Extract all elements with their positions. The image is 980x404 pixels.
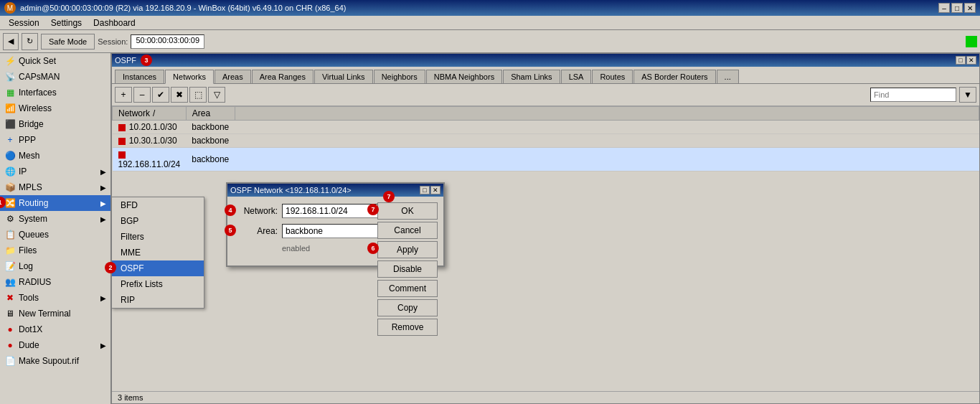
sidebar-item-interfaces[interactable]: ▦ Interfaces [0, 85, 110, 100]
enable-button[interactable]: ✔ [152, 87, 169, 103]
sidebar-item-mpls[interactable]: 📦 MPLS ▶ [0, 179, 110, 195]
ospf-status-bar: 3 items [112, 391, 979, 403]
dude-arrow: ▶ [100, 342, 106, 349]
tab-as-border-routers[interactable]: AS Border Routers [633, 70, 715, 83]
tab-lsa[interactable]: LSA [561, 70, 592, 83]
menu-settings[interactable]: Settings [45, 17, 88, 29]
copy-button[interactable]: Copy [377, 299, 438, 316]
submenu-filters[interactable]: Filters [112, 229, 204, 245]
sidebar-item-log[interactable]: 📝 Log [0, 258, 110, 274]
sidebar-item-dude[interactable]: ● Dude ▶ [0, 337, 110, 353]
sidebar-item-system[interactable]: ⚙ System ▶ [0, 211, 110, 227]
tab-areas[interactable]: Areas [215, 70, 251, 83]
find-input[interactable] [870, 88, 956, 102]
tab-nbma-neighbors[interactable]: NBMA Neighbors [426, 70, 502, 83]
menu-session[interactable]: Session [3, 17, 45, 29]
filter-button[interactable]: ▽ [208, 87, 225, 103]
submenu-rip[interactable]: RIP [112, 292, 204, 308]
refresh-button[interactable]: ↻ [22, 33, 38, 50]
sidebar-item-bridge[interactable]: ⬛ Bridge [0, 116, 110, 132]
minimize-button[interactable]: – [938, 3, 950, 13]
window-controls: – □ ✕ [938, 3, 976, 13]
dialog-title: OSPF Network <192.168.11.0/24> [230, 186, 352, 194]
col-network: Network / [113, 107, 187, 121]
sidebar-item-ppp[interactable]: + PPP [0, 132, 110, 148]
mpls-icon: 📦 [4, 182, 16, 193]
col-area: Area [186, 107, 235, 121]
tab-neighbors[interactable]: Neighbors [374, 70, 425, 83]
sidebar-item-wireless[interactable]: 📶 Wireless [0, 100, 110, 116]
sidebar-label-log: Log [19, 261, 33, 271]
sidebar-label-system: System [19, 214, 47, 224]
sidebar-item-supout[interactable]: 📄 Make Supout.rif [0, 353, 110, 369]
table-row[interactable]: 192.168.11.0/24 backbone [113, 148, 979, 172]
sidebar-item-queues[interactable]: 📋 Queues [0, 227, 110, 243]
area-label: Area: [235, 226, 278, 236]
sidebar-label-supout: Make Supout.rif [19, 356, 79, 366]
title-text: admin@50:00:00:03:00:09 (R2) via 192.168… [20, 4, 346, 12]
disable-button[interactable]: Disable [377, 260, 438, 278]
submenu-bfd[interactable]: BFD [112, 197, 204, 213]
sidebar-item-capsman[interactable]: 📡 CAPsMAN [0, 69, 110, 85]
network-cell-2: 10.30.1.0/30 [113, 134, 187, 148]
dialog-title-bar: OSPF Network <192.168.11.0/24> □ ✕ [227, 184, 443, 197]
mpls-arrow: ▶ [100, 184, 106, 192]
sidebar-item-radius[interactable]: 👥 RADIUS [0, 274, 110, 290]
tab-more[interactable]: ... [717, 70, 739, 83]
close-button[interactable]: ✕ [964, 3, 976, 13]
mesh-icon: 🔵 [4, 150, 16, 161]
sidebar-item-files[interactable]: 📁 Files [0, 243, 110, 258]
sidebar-item-tools[interactable]: ✖ Tools ▶ [0, 290, 110, 306]
dialog-minimize[interactable]: □ [420, 186, 430, 194]
tab-virtual-links[interactable]: Virtual Links [314, 70, 373, 83]
submenu-prefix-lists[interactable]: Prefix Lists [112, 276, 204, 292]
sidebar-label-files: Files [19, 245, 37, 255]
sidebar-item-dot1x[interactable]: ● Dot1X [0, 321, 110, 337]
submenu-ospf[interactable]: OSPF 2 [112, 260, 204, 276]
ok-button[interactable]: OK [377, 202, 438, 220]
tab-networks[interactable]: Networks [165, 70, 214, 84]
submenu-mme[interactable]: MME [112, 245, 204, 260]
table-row[interactable]: 10.30.1.0/30 backbone [113, 134, 979, 148]
maximize-button[interactable]: □ [951, 3, 963, 13]
session-value: 50:00:00:03:00:09 [131, 34, 204, 49]
table-row[interactable]: 10.20.1.0/30 backbone [113, 121, 979, 134]
dialog-close[interactable]: ✕ [430, 186, 440, 194]
sidebar-item-quickset[interactable]: ⚡ Quick Set [0, 53, 110, 69]
sidebar-item-ip[interactable]: 🌐 IP ▶ [0, 164, 110, 179]
sidebar-item-new-terminal[interactable]: 🖥 New Terminal [0, 306, 110, 321]
submenu-bgp[interactable]: BGP [112, 213, 204, 229]
tab-routes[interactable]: Routes [592, 70, 633, 83]
item-count: 3 items [118, 393, 143, 402]
sidebar: ⚡ Quick Set 📡 CAPsMAN ▦ Interfaces 📶 Wir… [0, 53, 111, 404]
sidebar-label-ip: IP [19, 166, 27, 177]
tab-instances[interactable]: Instances [115, 70, 164, 83]
apply-button[interactable]: Apply [377, 241, 438, 258]
disable-button[interactable]: ✖ [171, 87, 188, 103]
network-label: Network: [235, 206, 278, 216]
safe-mode-button[interactable]: Safe Mode [41, 34, 95, 50]
tools-arrow: ▶ [100, 294, 106, 302]
ok-badge: 7 [367, 204, 379, 215]
ospf-close[interactable]: ✕ [966, 56, 976, 65]
app-icon: M [4, 2, 16, 14]
add-button[interactable]: + [115, 87, 132, 103]
ospf-minimize[interactable]: □ [956, 56, 966, 65]
routing-submenu: BFD BGP Filters MME OSPF 2 Prefix Lists … [111, 197, 204, 309]
tab-sham-links[interactable]: Sham Links [503, 70, 560, 83]
system-icon: ⚙ [4, 213, 16, 225]
menu-dashboard[interactable]: Dashboard [88, 17, 141, 29]
cancel-button[interactable]: Cancel [377, 222, 438, 239]
sidebar-item-routing[interactable]: 🔀 Routing ▶ 1 [0, 195, 110, 211]
ospf-network-dialog: OSPF Network <192.168.11.0/24> □ ✕ 4 Net… [226, 182, 445, 267]
tab-area-ranges[interactable]: Area Ranges [252, 70, 314, 83]
move-button[interactable]: ⬚ [189, 87, 207, 103]
sidebar-item-mesh[interactable]: 🔵 Mesh [0, 148, 110, 164]
back-button[interactable]: ◀ [3, 33, 19, 50]
sidebar-label-mesh: Mesh [19, 151, 39, 161]
remove-button[interactable]: – [133, 87, 151, 103]
remove-button[interactable]: Remove [377, 319, 438, 336]
comment-button[interactable]: Comment [377, 280, 438, 297]
capsman-icon: 📡 [4, 71, 16, 83]
dropdown-button[interactable]: ▼ [959, 87, 976, 103]
